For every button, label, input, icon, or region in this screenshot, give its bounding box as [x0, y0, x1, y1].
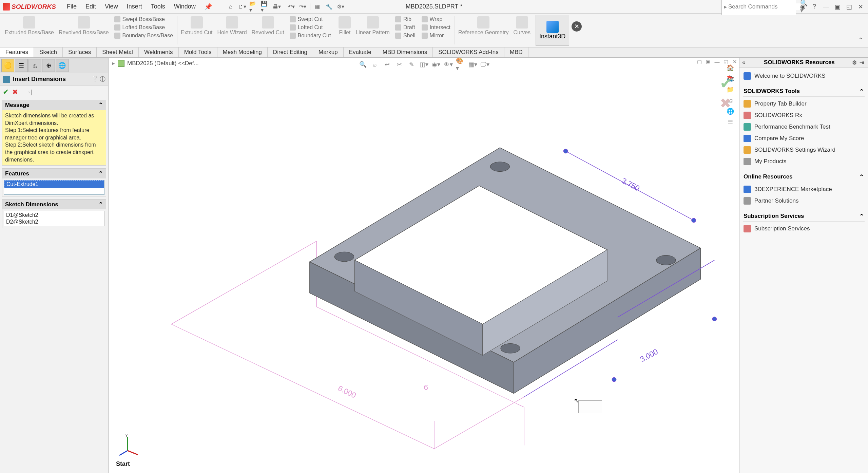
ok-button-icon[interactable]: ✔	[3, 88, 9, 96]
subscription-section-header[interactable]: Subscription Services ⌃	[743, 211, 865, 222]
tab-mbd-dimensions[interactable]: MBD Dimensions	[377, 48, 433, 57]
pushpin-icon[interactable]: →|	[25, 89, 33, 96]
property-tab-builder-link[interactable]: Property Tab Builder	[743, 98, 865, 110]
graphics-area[interactable]: ▢ ▣ — ◱ ✕ ▸ MBD2025 (Default) <<Def... 🔍…	[109, 58, 739, 473]
compare-score-link[interactable]: Compare My Score	[743, 133, 865, 144]
revolved-cut-button[interactable]: Revolved Cut	[250, 15, 286, 46]
gfx-minimize-icon[interactable]: —	[713, 58, 721, 65]
my-products-link[interactable]: My Products	[743, 156, 865, 167]
menu-expand-icon[interactable]: 📌	[200, 2, 216, 12]
task-pane-autohide-icon[interactable]: ⇥	[858, 59, 865, 66]
sketch-dimensions-header[interactable]: Sketch Dimensions ⌃	[2, 200, 106, 209]
boundary-cut-button[interactable]: Boundary Cut	[288, 32, 332, 39]
open-icon[interactable]: 📂▾	[249, 2, 258, 11]
tab-markup[interactable]: Markup	[313, 48, 344, 57]
dimension-list[interactable]: D1@Sketch2 D2@Sketch2	[4, 211, 104, 226]
menu-tools[interactable]: Tools	[147, 2, 169, 12]
save-icon[interactable]: 💾▾	[261, 2, 270, 11]
instant3d-button[interactable]: Instant3D ✕	[536, 15, 569, 46]
online-section-header[interactable]: Online Resources ⌃	[743, 172, 865, 182]
menu-edit[interactable]: Edit	[81, 2, 100, 12]
sw-resources-icon[interactable]: 🏠	[726, 63, 735, 73]
collapse-icon[interactable]: ⌃	[859, 213, 864, 220]
apply-scene-icon[interactable]: ▦▾	[468, 60, 478, 69]
settings-wizard-link[interactable]: SOLIDWORKS Settings Wizard	[743, 144, 865, 156]
boundary-boss-button[interactable]: Boundary Boss/Base	[113, 32, 174, 39]
display-style-icon[interactable]: ◉▾	[431, 60, 441, 69]
rebuild-icon[interactable]: 🔧	[325, 2, 333, 11]
partner-solutions-link[interactable]: Partner Solutions	[743, 195, 865, 207]
previous-view-icon[interactable]: ↩	[383, 60, 392, 69]
configuration-manager-tab-icon[interactable]: ⎌	[28, 59, 41, 72]
redo-icon[interactable]: ↷▾	[298, 2, 307, 11]
lofted-cut-button[interactable]: Lofted Cut	[288, 24, 332, 31]
tab-sketch[interactable]: Sketch	[34, 48, 63, 57]
confirm-cancel-icon[interactable]: ✖	[720, 95, 732, 111]
subscription-services-link[interactable]: Subscription Services	[743, 223, 865, 234]
restore-icon[interactable]: ▣	[833, 2, 842, 12]
swept-cut-button[interactable]: Swept Cut	[288, 16, 332, 23]
solidworks-rx-link[interactable]: SOLIDWORKS Rx	[743, 110, 865, 121]
message-header[interactable]: Message ⌃	[2, 100, 106, 110]
collapse-icon[interactable]: ⌃	[859, 173, 864, 181]
orientation-triad[interactable]: y	[117, 434, 141, 457]
gfx-tile-icon[interactable]: ▣	[705, 58, 712, 65]
feature-manager-tab-icon[interactable]: 🟡	[1, 59, 14, 72]
tab-addins[interactable]: SOLIDWORKS Add-Ins	[433, 48, 504, 57]
close-tab-icon[interactable]: ✕	[572, 21, 582, 32]
intersect-button[interactable]: Intersect	[420, 24, 452, 31]
features-header[interactable]: Features ⌃	[2, 169, 106, 178]
swept-boss-button[interactable]: Swept Boss/Base	[113, 16, 174, 23]
dynamic-annotation-icon[interactable]: ✎	[407, 60, 417, 69]
reference-geometry-button[interactable]: Reference Geometry	[456, 15, 511, 46]
fillet-button[interactable]: Fillet	[336, 15, 353, 46]
tab-mesh-modeling[interactable]: Mesh Modeling	[217, 48, 268, 57]
display-manager-tab-icon[interactable]: 🌐	[56, 59, 69, 72]
performance-benchmark-link[interactable]: Performance Benchmark Test	[743, 121, 865, 133]
print-icon[interactable]: 🖶▾	[272, 2, 281, 11]
menu-insert[interactable]: Insert	[123, 2, 146, 12]
gfx-new-window-icon[interactable]: ▢	[696, 58, 703, 65]
tab-sheet-metal[interactable]: Sheet Metal	[97, 48, 139, 57]
confirm-ok-icon[interactable]: ✔	[720, 75, 732, 92]
tools-section-header[interactable]: SOLIDWORKS Tools ⌃	[743, 87, 865, 97]
collapse-icon[interactable]: ⌃	[98, 201, 103, 208]
ribbon-collapse-icon[interactable]: ⌃	[856, 15, 865, 46]
dimension-item[interactable]: D1@Sketch2	[5, 212, 103, 219]
rib-button[interactable]: Rib	[394, 16, 417, 23]
marketplace-link[interactable]: 3DEXPERIENCE Marketplace	[743, 184, 865, 195]
collapse-icon[interactable]: ⌃	[98, 101, 103, 109]
model-view[interactable]: 3.750 3.000 6.000 6	[109, 58, 739, 473]
wrap-button[interactable]: Wrap	[420, 16, 452, 23]
linear-pattern-button[interactable]: Linear Pattern	[353, 15, 392, 46]
shell-button[interactable]: Shell	[394, 32, 417, 39]
pm-detailed-help-icon[interactable]: ❔	[91, 75, 98, 83]
welcome-link[interactable]: Welcome to SOLIDWORKS	[743, 70, 865, 82]
cancel-button-icon[interactable]: ✖	[12, 88, 18, 96]
pm-help-icon[interactable]: ⓘ	[100, 75, 105, 83]
close-icon[interactable]: ✕	[856, 2, 865, 12]
zoom-area-icon[interactable]: ⌕	[370, 60, 380, 69]
tab-features[interactable]: Features	[0, 48, 34, 57]
expand-tree-icon[interactable]: ▸	[112, 60, 115, 67]
mirror-button[interactable]: Mirror	[420, 32, 452, 39]
hide-show-icon[interactable]: 👁▾	[444, 60, 453, 69]
zoom-fit-icon[interactable]: 🔍	[358, 60, 368, 69]
input-tooltip-box[interactable]	[578, 400, 602, 413]
revolved-boss-button[interactable]: Revolved Boss/Base	[57, 15, 111, 46]
search-commands-box[interactable]: ▸ 🔍▾	[721, 0, 796, 15]
new-icon[interactable]: 🗋▾	[238, 2, 247, 11]
tab-evaluate[interactable]: Evaluate	[344, 48, 377, 57]
search-input[interactable]	[728, 3, 800, 10]
curves-button[interactable]: Curves	[511, 15, 533, 46]
menu-view[interactable]: View	[101, 2, 122, 12]
tab-direct-editing[interactable]: Direct Editing	[268, 48, 313, 57]
extruded-boss-button[interactable]: Extruded Boss/Base	[3, 15, 56, 46]
extruded-cut-button[interactable]: Extruded Cut	[179, 15, 214, 46]
collapse-taskpane-icon[interactable]: «	[742, 59, 748, 65]
tab-mbd[interactable]: MBD	[504, 48, 528, 57]
menu-window[interactable]: Window	[170, 2, 200, 12]
breadcrumb-text[interactable]: MBD2025 (Default) <<Def...	[127, 60, 199, 67]
minimize-icon[interactable]: —	[821, 2, 831, 12]
options-icon[interactable]: ⚙▾	[336, 2, 345, 11]
